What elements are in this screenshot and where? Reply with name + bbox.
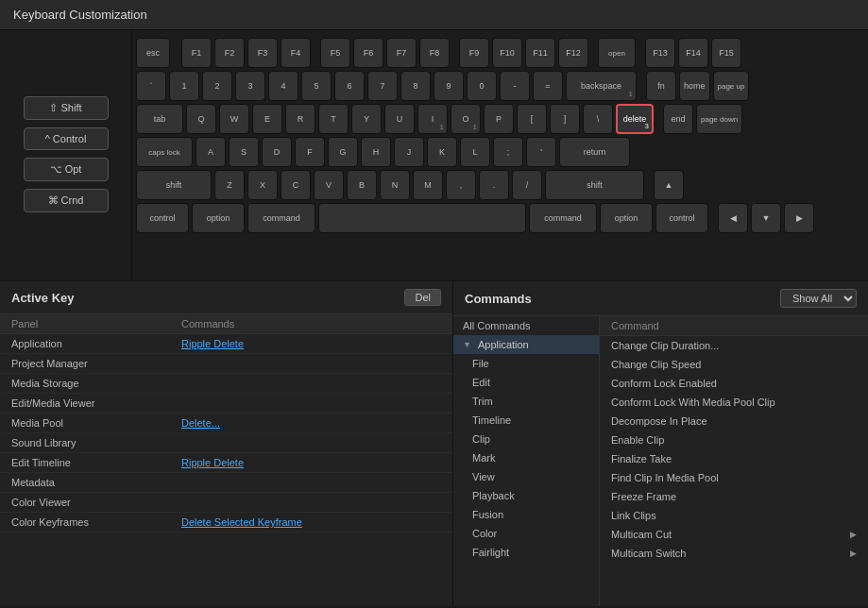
key-8[interactable]: 8 [400, 71, 431, 101]
key-h[interactable]: H [361, 137, 391, 167]
command-category-item[interactable]: Timeline [453, 411, 599, 430]
key-4[interactable]: 4 [268, 71, 298, 101]
key-f1[interactable]: F1 [181, 38, 212, 68]
key-c[interactable]: C [281, 170, 311, 200]
command-category-item[interactable]: View [453, 467, 599, 486]
key-u[interactable]: U [384, 104, 415, 134]
key-w[interactable]: W [219, 104, 249, 134]
shift-modifier[interactable]: ⇧ Shift [24, 96, 109, 120]
key-backspace[interactable]: backspace1 [566, 71, 637, 101]
key-j[interactable]: J [394, 137, 424, 167]
key-option-right[interactable]: option [600, 203, 653, 233]
key-f8[interactable]: F8 [419, 38, 450, 68]
key-tab[interactable]: tab [136, 104, 183, 134]
key-f4[interactable]: F4 [281, 38, 311, 68]
command-item[interactable]: Multicam Switch▶ [600, 544, 868, 563]
command-category-item[interactable]: Fusion [453, 505, 599, 524]
key-d[interactable]: D [262, 137, 292, 167]
key-option-left[interactable]: option [192, 203, 245, 233]
key-slash[interactable]: / [512, 170, 542, 200]
command-item[interactable]: Conform Lock Enabled [600, 374, 868, 393]
command-item[interactable]: Change Clip Duration... [600, 336, 868, 355]
active-key-row[interactable]: Media Storage [0, 374, 452, 394]
active-key-row[interactable]: Color Keyframes Delete Selected Keyframe [0, 513, 452, 532]
command-category-item[interactable]: Mark [453, 448, 599, 467]
command-item[interactable]: Find Clip In Media Pool [600, 468, 868, 487]
active-key-row[interactable]: Application Ripple Delete [0, 334, 452, 354]
key-backslash[interactable]: \ [583, 104, 613, 134]
key-i[interactable]: I1 [417, 104, 448, 134]
command-item[interactable]: Decompose In Place [600, 412, 868, 431]
key-delete[interactable]: delete3 [616, 104, 654, 134]
key-fn[interactable]: fn [646, 71, 676, 101]
key-f6[interactable]: F6 [353, 38, 383, 68]
active-key-row[interactable]: Color Viewer [0, 493, 452, 513]
command-item[interactable]: Finalize Take [600, 449, 868, 468]
key-f11[interactable]: F11 [525, 38, 555, 68]
key-f13[interactable]: F13 [645, 38, 675, 68]
key-f12[interactable]: F12 [558, 38, 588, 68]
key-bracket-left[interactable]: [ [517, 104, 547, 134]
active-key-row[interactable]: Edit/Media Viewer [0, 394, 452, 414]
key-control-left[interactable]: control [136, 203, 189, 233]
key-period[interactable]: . [479, 170, 509, 200]
del-button[interactable]: Del [404, 289, 441, 306]
key-pageup[interactable]: page up [713, 71, 750, 101]
key-control-right[interactable]: control [655, 203, 708, 233]
key-7[interactable]: 7 [367, 71, 398, 101]
key-f10[interactable]: F10 [492, 38, 522, 68]
active-key-row[interactable]: Metadata [0, 473, 452, 493]
command-category-item[interactable]: Trim [453, 392, 599, 411]
key-k[interactable]: K [427, 137, 457, 167]
key-2[interactable]: 2 [202, 71, 232, 101]
command-category-item[interactable]: ▼Application [453, 335, 599, 354]
active-key-row[interactable]: Media Pool Delete... [0, 414, 452, 433]
command-category-item[interactable]: Fairlight [453, 543, 599, 562]
key-5[interactable]: 5 [301, 71, 332, 101]
key-1[interactable]: 1 [169, 71, 199, 101]
key-v[interactable]: V [314, 170, 344, 200]
active-key-row[interactable]: Project Manager [0, 354, 452, 374]
key-f[interactable]: F [295, 137, 325, 167]
control-modifier[interactable]: ^ Control [24, 127, 109, 150]
key-shift-left[interactable]: shift [136, 170, 212, 200]
key-a[interactable]: A [196, 137, 226, 167]
key-home[interactable]: home [679, 71, 710, 101]
key-arrow-left[interactable]: ◀ [718, 203, 748, 233]
key-9[interactable]: 9 [434, 71, 464, 101]
key-t[interactable]: T [318, 104, 349, 134]
active-key-row[interactable]: Sound Library [0, 433, 452, 453]
cmd-modifier[interactable]: ⌘ Crnd [24, 189, 109, 212]
show-all-select[interactable]: Show All [780, 289, 857, 308]
key-minus[interactable]: - [500, 71, 530, 101]
key-command-right[interactable]: command [529, 203, 597, 233]
command-category-item[interactable]: Playback [453, 486, 599, 505]
key-6[interactable]: 6 [334, 71, 365, 101]
key-backtick[interactable]: ` [136, 71, 166, 101]
key-quote[interactable]: ' [526, 137, 556, 167]
key-x[interactable]: X [247, 170, 278, 200]
key-f2[interactable]: F2 [214, 38, 245, 68]
key-end[interactable]: end [663, 104, 693, 134]
key-q[interactable]: Q [186, 104, 216, 134]
command-category-item[interactable]: Clip [453, 430, 599, 448]
command-category-item[interactable]: File [453, 354, 599, 373]
key-arrow-up[interactable]: ▲ [654, 170, 684, 200]
key-o[interactable]: O1 [451, 104, 481, 134]
key-capslock[interactable]: caps lock [136, 137, 193, 167]
opt-modifier[interactable]: ⌥ Opt [24, 158, 109, 181]
key-l[interactable]: L [460, 137, 490, 167]
command-category-item[interactable]: Edit [453, 373, 599, 392]
key-space[interactable] [318, 203, 526, 233]
command-item[interactable]: Enable Clip [600, 431, 868, 449]
key-return[interactable]: return [559, 137, 630, 167]
key-f15[interactable]: F15 [711, 38, 741, 68]
command-item[interactable]: Change Clip Speed [600, 355, 868, 374]
key-esc[interactable]: esc [136, 38, 170, 68]
key-p[interactable]: P [484, 104, 514, 134]
key-f9[interactable]: F9 [459, 38, 489, 68]
key-m[interactable]: M [413, 170, 443, 200]
key-pagedown[interactable]: page down [696, 104, 742, 134]
command-item[interactable]: Link Clips [600, 506, 868, 525]
key-f5[interactable]: F5 [320, 38, 350, 68]
